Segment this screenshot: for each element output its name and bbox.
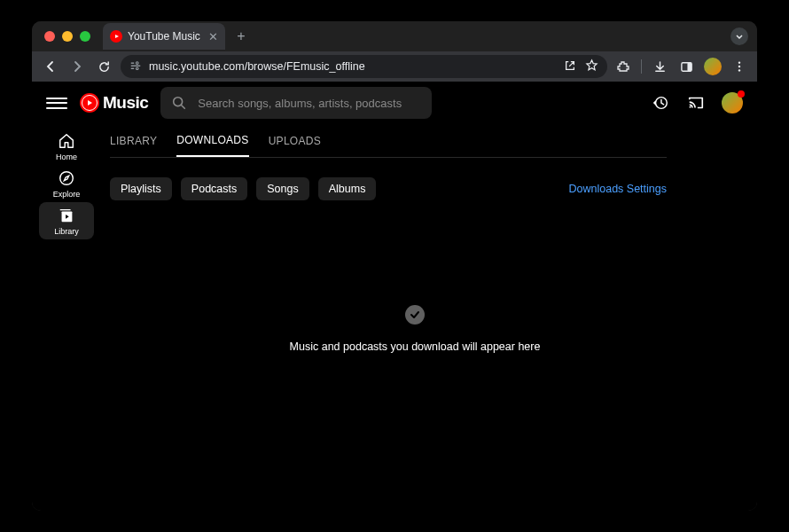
history-button[interactable] — [651, 93, 670, 113]
site-settings-icon[interactable] — [129, 59, 142, 74]
minimize-window-button[interactable] — [62, 31, 73, 42]
empty-state: Music and podcasts you download will app… — [101, 305, 729, 353]
svg-point-3 — [136, 61, 138, 64]
explore-icon — [58, 169, 75, 187]
svg-point-13 — [60, 171, 74, 184]
profile-avatar-button[interactable] — [704, 58, 722, 75]
chip-playlists[interactable]: Playlists — [110, 177, 172, 200]
browser-menu-button[interactable] — [730, 58, 748, 75]
tab-uploads[interactable]: UPLOADS — [269, 124, 321, 157]
cast-button[interactable] — [686, 93, 706, 113]
close-window-button[interactable] — [44, 31, 55, 42]
sidebar-item-label: Explore — [53, 190, 81, 199]
hamburger-menu-button[interactable] — [46, 92, 67, 113]
downloads-settings-link[interactable]: Downloads Settings — [569, 183, 667, 195]
library-icon — [58, 207, 75, 224]
app-content: Music Ho — [32, 82, 757, 511]
sidebar-item-library[interactable]: Library — [39, 202, 94, 239]
empty-state-message: Music and podcasts you download will app… — [290, 340, 541, 353]
svg-point-10 — [174, 98, 183, 106]
window-controls — [44, 31, 90, 42]
tab-library[interactable]: LIBRARY — [110, 124, 157, 157]
forward-button[interactable] — [67, 57, 87, 76]
search-box[interactable] — [160, 87, 432, 119]
main-area: LIBRARY DOWNLOADS UPLOADS Playlists Podc… — [101, 124, 757, 511]
close-tab-button[interactable]: ✕ — [208, 30, 218, 43]
filter-row: Playlists Podcasts Songs Albums Download… — [110, 177, 667, 200]
search-icon — [171, 95, 187, 111]
checkmark-icon — [405, 305, 425, 325]
browser-toolbar: music.youtube.com/browse/FEmusic_offline — [32, 51, 757, 82]
url-text: music.youtube.com/browse/FEmusic_offline — [149, 60, 557, 73]
youtube-music-logo[interactable]: Music — [80, 93, 148, 113]
svg-point-7 — [738, 61, 740, 63]
new-tab-button[interactable]: + — [230, 26, 252, 47]
svg-point-8 — [738, 66, 740, 67]
svg-point-12 — [690, 106, 691, 108]
svg-point-4 — [136, 66, 138, 69]
tab-downloads[interactable]: DOWNLOADS — [176, 124, 248, 157]
svg-point-9 — [738, 69, 740, 71]
sidebar-item-explore[interactable]: Explore — [39, 165, 94, 202]
browser-tabbar: YouTube Music ✕ + — [32, 21, 757, 51]
svg-rect-2 — [131, 67, 135, 68]
side-panel-button[interactable] — [677, 58, 695, 75]
chip-podcasts[interactable]: Podcasts — [181, 177, 247, 200]
youtube-music-logo-icon — [80, 93, 99, 113]
library-tabs: LIBRARY DOWNLOADS UPLOADS — [110, 124, 667, 158]
extensions-button[interactable] — [614, 58, 632, 75]
chip-songs[interactable]: Songs — [256, 177, 309, 200]
sidebar-item-label: Library — [54, 227, 79, 236]
svg-rect-6 — [687, 62, 691, 70]
logo-text: Music — [103, 93, 148, 113]
home-icon — [58, 132, 75, 150]
chip-albums[interactable]: Albums — [318, 177, 377, 200]
downloads-button[interactable] — [651, 58, 668, 75]
sidebar-item-home[interactable]: Home — [39, 128, 94, 165]
youtube-favicon-icon — [110, 30, 122, 43]
svg-rect-0 — [131, 62, 135, 63]
browser-tab[interactable]: YouTube Music ✕ — [103, 23, 225, 50]
account-avatar[interactable] — [722, 92, 743, 113]
tab-title: YouTube Music — [128, 30, 203, 43]
sidebar: Home Explore Library — [32, 124, 101, 511]
maximize-window-button[interactable] — [80, 31, 90, 42]
open-external-icon[interactable] — [564, 59, 576, 74]
bookmark-star-icon[interactable] — [585, 59, 598, 74]
app-header: Music — [32, 82, 757, 124]
address-bar[interactable]: music.youtube.com/browse/FEmusic_offline — [121, 55, 607, 78]
reload-button[interactable] — [94, 57, 113, 76]
svg-rect-1 — [131, 65, 141, 66]
search-input[interactable] — [198, 97, 421, 110]
sidebar-item-label: Home — [56, 153, 77, 161]
back-button[interactable] — [41, 57, 60, 76]
tabs-dropdown-button[interactable] — [730, 27, 748, 45]
